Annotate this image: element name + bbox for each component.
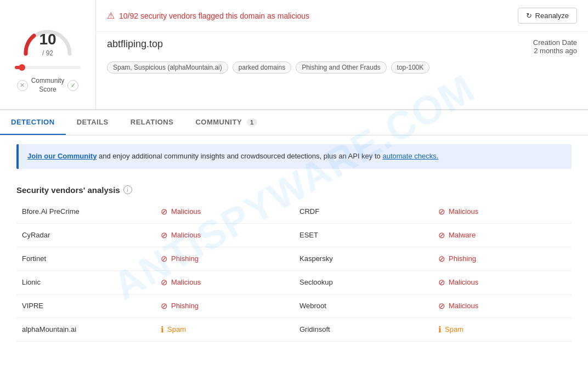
verdict-left-icon: ⊘ — [161, 277, 168, 287]
vendor-left-name: alphaMountain.ai — [16, 318, 155, 341]
tags-row: Spam, Suspicious (alphaMountain.ai) park… — [96, 59, 588, 80]
section-info-icon[interactable]: i — [123, 185, 132, 194]
score-number: 10 — [39, 31, 56, 48]
verdict-left: ⊘ Malicious — [155, 200, 294, 224]
vendor-left-name: CyRadar — [16, 223, 155, 247]
section-title-row: Security vendors' analysis i — [16, 178, 572, 200]
verdict-left-value: Phishing — [171, 254, 199, 263]
verdict-right-icon: ⊘ — [438, 230, 445, 240]
verdict-right: ⊘ Malware — [433, 223, 572, 247]
verdict-right-value: Malicious — [449, 278, 478, 286]
vendor-right-name: Gridinsoft — [294, 318, 433, 341]
verdict-right: ⊘ Malicious — [433, 294, 572, 318]
domain-name: abtfliping.top — [107, 38, 163, 50]
verdict-left-icon: ⊘ — [161, 207, 168, 217]
banner-middle-text: and enjoy additional community insights … — [97, 152, 382, 160]
vendor-right-name: ESET — [294, 223, 433, 247]
tab-relations[interactable]: RELATIONS — [120, 110, 185, 135]
top-bar: 10 / 92 ✕ CommunityScore ✓ ⚠ 10/92 secur… — [0, 0, 588, 110]
tag-top100k[interactable]: top-100K — [391, 61, 430, 73]
tabs-row: DETECTION DETAILS RELATIONS COMMUNITY 1 — [0, 110, 588, 135]
table-row: Fortinet ⊘ Phishing Kaspersky ⊘ Phishing — [16, 247, 572, 270]
verdict-left: ⊘ Phishing — [155, 247, 294, 270]
verdict-right: ⊘ Phishing — [433, 247, 572, 270]
verdict-right-value: Spam — [445, 325, 463, 333]
verdict-left-value: Malicious — [171, 231, 201, 239]
verdict-right-value: Malicious — [449, 207, 478, 216]
verdict-left-value: Spam — [167, 325, 186, 333]
verdict-right-icon: ⊘ — [438, 277, 445, 287]
dislike-icon[interactable]: ✕ — [17, 80, 28, 91]
reanalyze-label: Reanalyze — [535, 12, 569, 20]
vendor-right-name: Seclookup — [294, 270, 433, 294]
domain-row: abtfliping.top Creation Date 2 months ag… — [96, 32, 588, 59]
tab-community[interactable]: COMMUNITY 1 — [184, 110, 268, 135]
reanalyze-button[interactable]: ↻ Reanalyze — [518, 8, 577, 24]
verdict-left-value: Phishing — [171, 302, 199, 310]
creation-date: Creation Date 2 months ago — [533, 38, 577, 55]
verdict-right: ℹ Spam — [433, 318, 572, 341]
table-row: VIPRE ⊘ Phishing Webroot ⊘ Malicious — [16, 294, 572, 318]
reanalyze-icon: ↻ — [526, 12, 532, 20]
gauge-container: 10 / 92 — [18, 15, 78, 59]
verdict-left-icon: ⊘ — [161, 254, 168, 264]
vendor-left-name: Bfore.Ai PreCrime — [16, 200, 155, 224]
verdict-left-icon: ⊘ — [161, 230, 168, 240]
vendor-right-name: Kaspersky — [294, 247, 433, 270]
automate-checks-link[interactable]: automate checks. — [382, 152, 438, 160]
join-community-link[interactable]: Join our Community — [27, 152, 97, 160]
score-panel: 10 / 92 ✕ CommunityScore ✓ — [0, 0, 96, 109]
main-panel: ⚠ 10/92 security vendors flagged this do… — [96, 0, 588, 109]
score-bar-dot — [19, 64, 25, 71]
tag-phishing[interactable]: Phishing and Other Frauds — [296, 61, 386, 73]
content-area: Join our Community and enjoy additional … — [0, 144, 588, 342]
verdict-right-value: Malicious — [449, 302, 478, 310]
verdict-right-value: Malware — [449, 231, 476, 239]
vendor-left-name: VIPRE — [16, 294, 155, 318]
table-row: CyRadar ⊘ Malicious ESET ⊘ Malware — [16, 223, 572, 247]
like-icon[interactable]: ✓ — [67, 80, 78, 91]
community-score-label: CommunityScore — [31, 77, 65, 94]
table-row: Bfore.Ai PreCrime ⊘ Malicious CRDF ⊘ Mal… — [16, 200, 572, 224]
alert-bar: ⚠ 10/92 security vendors flagged this do… — [96, 0, 588, 32]
verdict-left: ⊘ Phishing — [155, 294, 294, 318]
score-bar — [15, 66, 81, 69]
vendor-right-name: Webroot — [294, 294, 433, 318]
score-denom: / 92 — [42, 49, 53, 57]
verdict-right-value: Phishing — [449, 254, 476, 263]
vendor-left-name: Fortinet — [16, 247, 155, 270]
verdict-left-value: Malicious — [171, 207, 201, 216]
verdict-left: ⊘ Malicious — [155, 223, 294, 247]
table-row: alphaMountain.ai ℹ Spam Gridinsoft ℹ Spa… — [16, 318, 572, 341]
verdict-right: ⊘ Malicious — [433, 200, 572, 224]
alert-icon: ⚠ — [107, 10, 115, 21]
community-score-row: ✕ CommunityScore ✓ — [17, 77, 79, 94]
tag-spam[interactable]: Spam, Suspicious (alphaMountain.ai) — [107, 61, 228, 73]
section-title: Security vendors' analysis — [16, 185, 120, 195]
community-badge: 1 — [247, 118, 257, 126]
verdict-right-icon: ℹ — [438, 325, 442, 335]
alert-message: 10/92 security vendors flagged this doma… — [119, 12, 309, 20]
verdict-left-icon: ⊘ — [161, 301, 168, 311]
creation-date-label: Creation Date — [533, 38, 577, 47]
verdict-right-icon: ⊘ — [438, 301, 445, 311]
verdict-left-icon: ℹ — [161, 325, 164, 335]
verdict-left: ℹ Spam — [155, 318, 294, 341]
verdict-right-icon: ⊘ — [438, 207, 445, 217]
creation-date-value: 2 months ago — [533, 47, 577, 55]
tab-detection[interactable]: DETECTION — [0, 110, 66, 135]
alert-text: ⚠ 10/92 security vendors flagged this do… — [107, 10, 309, 21]
verdict-left: ⊘ Malicious — [155, 270, 294, 294]
vendor-right-name: CRDF — [294, 200, 433, 224]
verdict-right: ⊘ Malicious — [433, 270, 572, 294]
vendor-left-name: Lionic — [16, 270, 155, 294]
vendors-table: Bfore.Ai PreCrime ⊘ Malicious CRDF ⊘ Mal… — [16, 200, 572, 342]
table-row: Lionic ⊘ Malicious Seclookup ⊘ Malicious — [16, 270, 572, 294]
tag-parked[interactable]: parked domains — [233, 61, 291, 73]
community-banner: Join our Community and enjoy additional … — [16, 144, 572, 169]
verdict-left-value: Malicious — [171, 278, 201, 286]
verdict-right-icon: ⊘ — [438, 254, 445, 264]
tab-details[interactable]: DETAILS — [66, 110, 120, 135]
